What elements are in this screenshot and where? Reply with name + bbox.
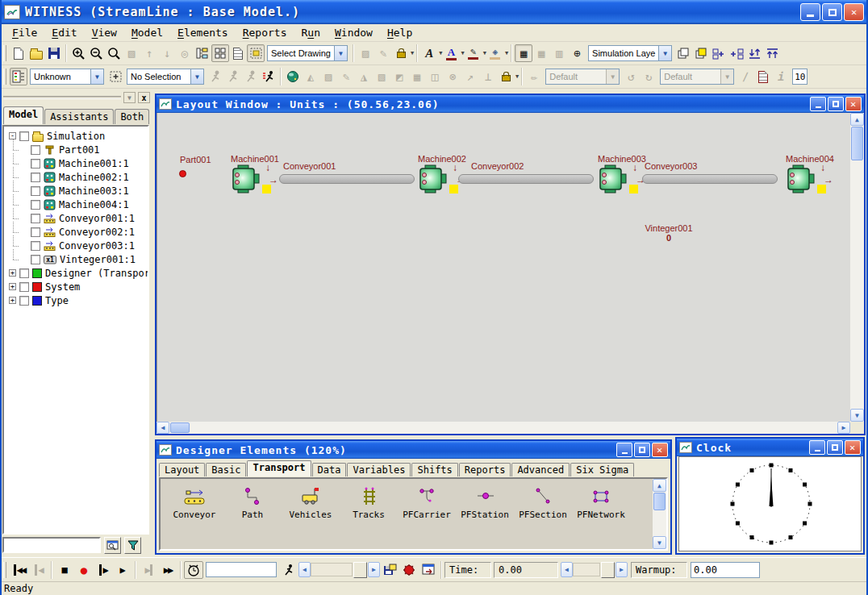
lock-dropdown-caret[interactable]: ▼ — [411, 50, 414, 56]
texture-button[interactable]: ▧ — [373, 68, 390, 85]
origin-button[interactable]: ⊕ — [568, 44, 586, 62]
merge-layers-button[interactable] — [745, 44, 763, 62]
shadow-button[interactable]: ◮ — [355, 68, 373, 85]
designer-tab-basic[interactable]: Basic — [206, 463, 246, 476]
preview-element-button[interactable] — [104, 537, 121, 554]
report-view-button[interactable] — [229, 44, 247, 62]
drawing-mode-dropdown[interactable]: Select Drawing▼ — [267, 45, 348, 61]
copy-layer-button[interactable] — [674, 44, 692, 62]
designer-item-pfstation[interactable]: PFStation — [456, 484, 514, 549]
speed-slider-thumb[interactable] — [353, 562, 367, 578]
run-mode-button[interactable] — [260, 68, 278, 85]
tree-row-conveyor002-1[interactable]: Conveyor002:1 — [4, 225, 148, 239]
designer-minimize-button[interactable] — [616, 443, 632, 457]
walk-mode-1-button[interactable] — [207, 68, 224, 85]
tree-row-conveyor001-1[interactable]: Conveyor001:1 — [4, 211, 148, 225]
overflow-value-box[interactable]: 10 — [792, 69, 807, 85]
move-up-button[interactable]: ↑ — [140, 44, 158, 62]
scroll-left-icon[interactable]: ◀ — [156, 422, 169, 434]
run-to-time-button[interactable] — [184, 561, 203, 579]
tree-row-type[interactable]: +Type — [4, 293, 148, 307]
clock-close-button[interactable]: ✕ — [845, 440, 861, 455]
tree-checkbox[interactable] — [31, 145, 40, 155]
toolbar-grip[interactable] — [3, 562, 6, 578]
warmup-input[interactable] — [691, 562, 760, 578]
machine-entity[interactable] — [598, 164, 627, 196]
scroll-thumb[interactable] — [170, 422, 190, 433]
conveyor-entity[interactable] — [279, 174, 415, 184]
grid-show-button[interactable]: ▦ — [532, 44, 550, 62]
scroll-down-icon[interactable]: ▼ — [653, 536, 666, 549]
stop-button[interactable]: ■ — [55, 561, 74, 579]
designer-item-pfcarrier[interactable]: PFCarrier — [398, 484, 456, 549]
menu-view[interactable]: View — [85, 25, 124, 40]
lock-edit-button[interactable] — [497, 68, 515, 85]
tree-checkbox[interactable] — [31, 159, 40, 169]
tree-checkbox[interactable] — [31, 173, 40, 182]
layout-window-titlebar[interactable]: Layout Window : Units : (50.56,23.06) ✕ — [156, 95, 864, 113]
dropdown-arrow-icon[interactable]: ▼ — [720, 69, 733, 84]
font-color-button[interactable]: A — [442, 44, 460, 62]
dropdown-arrow-icon[interactable]: ▼ — [606, 69, 619, 84]
scroll-up-icon[interactable]: ▲ — [850, 113, 864, 126]
designer-item-conveyor[interactable]: Conveyor — [165, 484, 223, 549]
scroll-thumb[interactable] — [653, 493, 666, 510]
redo-button[interactable]: ↻ — [640, 68, 657, 85]
open-file-button[interactable] — [27, 44, 45, 62]
tree-checkbox[interactable] — [19, 268, 29, 278]
layout-maximize-button[interactable] — [828, 97, 844, 111]
designer-tab-variables[interactable]: Variables — [347, 463, 411, 476]
machine-entity[interactable] — [231, 164, 260, 196]
save-button[interactable] — [45, 44, 63, 62]
selection-dropdown[interactable]: No Selection▼ — [127, 69, 204, 85]
divider-tool-button[interactable]: ∕ — [737, 68, 754, 85]
layout-minimize-button[interactable] — [810, 97, 826, 111]
menu-file[interactable]: File — [5, 25, 44, 40]
tree-row-conveyor003-1[interactable]: Conveyor003:1 — [4, 239, 148, 252]
lock-display-button[interactable] — [392, 44, 410, 62]
designer-item-pfnetwork[interactable]: PFNetwork — [572, 484, 630, 549]
designer-item-vehicles[interactable]: Vehicles — [282, 484, 340, 549]
toolbar-grip[interactable] — [3, 69, 6, 85]
tree-checkbox[interactable] — [19, 296, 29, 306]
designer-item-path[interactable]: Path — [223, 484, 282, 549]
walk-mode-2-button[interactable] — [224, 68, 242, 85]
designer-close-button[interactable]: ✕ — [652, 443, 668, 457]
tree-row-machine003-1[interactable]: Machine003:1 — [4, 184, 148, 198]
scroll-thumb[interactable] — [851, 127, 863, 160]
element-selector-button[interactable] — [10, 68, 27, 85]
tree-row-machine001-1[interactable]: Machine001:1 — [4, 156, 148, 170]
tree-row-part001[interactable]: Part001 — [4, 143, 148, 156]
spray-button[interactable]: ◩ — [390, 68, 408, 85]
route-edit-button[interactable]: ✏ — [525, 68, 543, 85]
close-button[interactable]: ✕ — [844, 3, 864, 21]
tree-expander[interactable]: - — [9, 132, 16, 139]
run-step-back-button[interactable]: ◀ — [29, 561, 48, 579]
zoom-region-button[interactable]: ▧ — [123, 44, 140, 62]
menu-elements[interactable]: Elements — [170, 25, 236, 40]
tree-checkbox[interactable] — [31, 186, 40, 196]
time-scale-track[interactable] — [573, 563, 600, 576]
snapshot-button[interactable]: ◎ — [176, 44, 194, 62]
undo-button[interactable]: ↺ — [622, 68, 640, 85]
resize-grip[interactable] — [850, 422, 864, 434]
grid-snap-button[interactable]: ▦ — [515, 44, 532, 62]
tree-row-machine004-1[interactable]: Machine004:1 — [4, 198, 148, 211]
minimize-button[interactable] — [800, 3, 820, 21]
layer-dropdown[interactable]: Simulation Laye▼ — [588, 45, 672, 61]
clock-maximize-button[interactable] — [827, 440, 843, 455]
rule-dropdown[interactable]: Default▼ — [545, 69, 620, 85]
tree-checkbox[interactable] — [19, 282, 29, 292]
experiment-window-button[interactable] — [419, 561, 438, 579]
designer-tab-data[interactable]: Data — [312, 463, 347, 476]
speed-decrease-button[interactable]: ◀ — [298, 562, 311, 577]
variable-display[interactable]: Vinteger0010 — [636, 223, 701, 243]
info-button[interactable]: i — [772, 68, 790, 85]
world-view-button[interactable] — [284, 68, 302, 85]
maximize-button[interactable] — [822, 3, 842, 21]
scroll-right-icon[interactable]: ▶ — [837, 422, 850, 434]
layer-properties-button[interactable] — [763, 44, 781, 62]
machine-entity[interactable] — [786, 164, 815, 196]
delete-display-button[interactable]: ◫ — [426, 68, 444, 85]
record-button[interactable]: ● — [74, 561, 94, 579]
